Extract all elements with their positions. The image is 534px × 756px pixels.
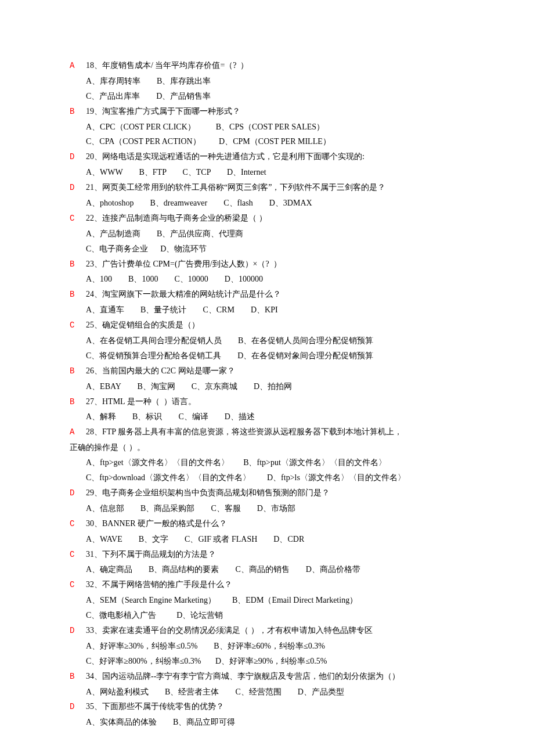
question-line: D29、电子商务企业组织架构当中负责商品规划和销售预测的部门是？ — [70, 485, 464, 501]
option-line: A、实体商品的体验 B、商品立即可得 — [70, 715, 464, 730]
question-text: 31、下列不属于商品规划的方法是？ — [86, 550, 216, 559]
answer-letter: D — [70, 181, 86, 196]
answer-letter: C — [70, 578, 86, 593]
option-line: A、WAVE B、文字 C、GIF 或者 FLASH D、CDR — [70, 532, 464, 547]
question-text: 19、淘宝客推广方式属于下面哪一种形式？ — [86, 107, 240, 116]
option-line: A、解释 B、标识 C、编译 D、描述 — [70, 409, 464, 424]
question-text: 35、下面那些不属于传统零售的优势？ — [86, 702, 224, 711]
option-line: A、100 B、1000 C、10000 D、100000 — [70, 272, 464, 287]
answer-letter: C — [70, 548, 86, 563]
option-line: C、将促销预算合理分配给各促销工具 D、在各促销对象间合理分配促销预算 — [70, 348, 464, 363]
option-line: A、EBAY B、淘宝网 C、京东商城 D、拍拍网 — [70, 379, 464, 394]
question-line: C22、连接产品制造商与电子商务企业的桥梁是（ ） — [70, 211, 464, 226]
answer-letter: D — [70, 700, 86, 715]
option-line: A、产品制造商 B、产品供应商、代理商 — [70, 226, 464, 242]
answer-letter: B — [70, 105, 86, 120]
option-line: A、photoshop B、dreamweaver C、flash D、3DMA… — [70, 196, 464, 211]
question-line: A28、FTP 服务器上具有丰富的信息资源，将这些资源从远程服务器下载到本地计算… — [70, 424, 464, 440]
question-line: D20、网络电话是实现远程通话的一种先进通信方式，它是利用下面哪个实现的: — [70, 149, 464, 165]
question-line: B27、HTML 是一种（ ）语言。 — [70, 394, 464, 410]
answer-letter: B — [70, 395, 86, 410]
question-continuation: 正确的操作是（ ）。 — [70, 440, 464, 455]
question-text: 20、网络电话是实现远程通话的一种先进通信方式，它是利用下面哪个实现的: — [86, 152, 365, 161]
question-text: 21、网页美工经常用到的软件工具俗称“网页三剑客”，下列软件不属于三剑客的是？ — [86, 183, 385, 192]
question-text: 34、国内运动品牌--李宁有李宁官方商城、李宁旗舰店及专营店，他们的划分依据为（… — [86, 672, 400, 681]
question-text: 30、BANNER 硬广一般的格式是什么？ — [86, 519, 227, 528]
question-text: 27、HTML 是一种（ ）语言。 — [86, 397, 196, 406]
question-line: B23、广告计费单位 CPM=(广告费用/到达人数）×（? ） — [70, 257, 464, 272]
answer-letter: B — [70, 669, 86, 685]
answer-letter: B — [70, 257, 86, 272]
option-line: C、微电影植入广告 D、论坛营销 — [70, 608, 464, 623]
question-text: 22、连接产品制造商与电子商务企业的桥梁是（ ） — [86, 214, 267, 222]
option-line: C、产品出库率 D、产品销售率 — [70, 89, 464, 104]
option-line: A、CPC（COST PER CLICK） B、CPS（COST PER SAL… — [70, 120, 464, 135]
option-line: A、ftp>get〈源文件名〉〈目的文件名〉 B、ftp>put〈源文件名〉〈目… — [70, 455, 464, 470]
question-text: 29、电子商务企业组织架构当中负责商品规划和销售预测的部门是？ — [86, 488, 330, 497]
answer-letter: D — [70, 150, 86, 165]
question-text: 23、广告计费单位 CPM=(广告费用/到达人数）×（? ） — [86, 260, 282, 268]
answer-letter: C — [70, 211, 86, 226]
answer-letter: D — [70, 624, 86, 639]
question-line: C31、下列不属于商品规划的方法是？ — [70, 547, 464, 563]
option-line: C、ftp>download〈源文件名〉〈目的文件名〉 D、ftp>ls〈源文件… — [70, 470, 464, 485]
question-line: D21、网页美工经常用到的软件工具俗称“网页三剑客”，下列软件不属于三剑客的是？ — [70, 180, 464, 196]
question-text: 18、年度销售成本/ 当年平均库存价值=（? ） — [86, 61, 249, 70]
answer-letter: C — [70, 318, 86, 333]
question-text: 24、淘宝网旗下一款最大精准的网站统计产品是什么？ — [86, 290, 281, 298]
answer-letter: A — [70, 425, 86, 440]
option-line: A、网站盈利模式 B、经营者主体 C、经营范围 D、产品类型 — [70, 685, 464, 700]
answer-letter: C — [70, 517, 86, 532]
option-line: A、SEM（Search Engine Marketing） B、EDM（Ema… — [70, 593, 464, 608]
answer-letter: B — [70, 364, 86, 379]
option-line: A、WWW B、FTP C、TCP D、Internet — [70, 165, 464, 180]
option-line: A、库存周转率 B、库存跳出率 — [70, 74, 464, 89]
question-line: C25、确定促销组合的实质是（） — [70, 318, 464, 333]
question-line: D33、卖家在速卖通平台的交易情况必须满足（ ），才有权申请加入特色品牌专区 — [70, 623, 464, 639]
question-line: B34、国内运动品牌--李宁有李宁官方商城、李宁旗舰店及专营店，他们的划分依据为… — [70, 669, 464, 685]
question-line: B19、淘宝客推广方式属于下面哪一种形式？ — [70, 104, 464, 120]
option-line: A、在各促销工具间合理分配促销人员 B、在各促销人员间合理分配促销预算 — [70, 333, 464, 348]
question-line: C30、BANNER 硬广一般的格式是什么？ — [70, 516, 464, 532]
answer-letter: B — [70, 287, 86, 303]
option-line: A、确定商品 B、商品结构的要素 C、商品的销售 D、商品价格带 — [70, 562, 464, 577]
option-line: C、CPA（COST PER ACTION） D、CPM（COST PER MI… — [70, 134, 464, 149]
question-text: 26、当前国内最大的 C2C 网站是哪一家？ — [86, 366, 235, 375]
answer-letter: A — [70, 59, 86, 74]
option-line: A、好评率≥30%，纠纷率≤0.5% B、好评率≥60%，纠纷率≤0.3% — [70, 639, 464, 654]
question-line: B26、当前国内最大的 C2C 网站是哪一家？ — [70, 363, 464, 379]
option-line: A、直通车 B、量子统计 C、CRM D、KPI — [70, 303, 464, 318]
question-line: A18、年度销售成本/ 当年平均库存价值=（? ） — [70, 58, 464, 74]
question-line: D35、下面那些不属于传统零售的优势？ — [70, 699, 464, 715]
question-text: 33、卖家在速卖通平台的交易情况必须满足（ ），才有权申请加入特色品牌专区 — [86, 626, 373, 635]
question-line: B24、淘宝网旗下一款最大精准的网站统计产品是什么？ — [70, 287, 464, 303]
option-line: C、电子商务企业 D、物流环节 — [70, 242, 464, 257]
question-text: 32、不属于网络营销的推广手段是什么？ — [86, 580, 232, 589]
question-text: 28、FTP 服务器上具有丰富的信息资源，将这些资源从远程服务器下载到本地计算机… — [86, 427, 402, 436]
question-list: A18、年度销售成本/ 当年平均库存价值=（? ）A、库存周转率 B、库存跳出率… — [70, 58, 464, 730]
question-line: C32、不属于网络营销的推广手段是什么？ — [70, 577, 464, 593]
question-text: 25、确定促销组合的实质是（） — [86, 321, 200, 329]
answer-letter: D — [70, 486, 86, 501]
option-line: A、信息部 B、商品采购部 C、客服 D、市场部 — [70, 501, 464, 516]
option-line: C、好评率≥800%，纠纷率≤0.3% D、好评率≥90%，纠纷率≤0.5% — [70, 654, 464, 669]
